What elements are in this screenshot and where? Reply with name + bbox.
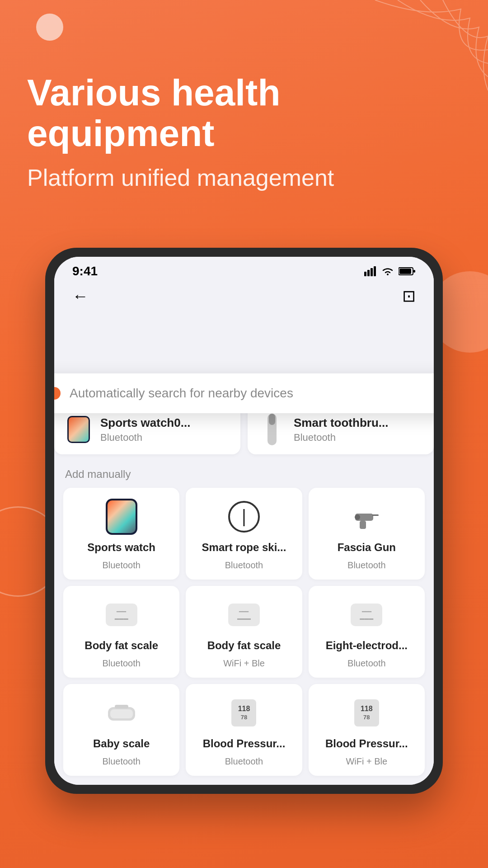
- header-section: Various health equipment Platform unifie…: [0, 0, 488, 221]
- svg-rect-0: [364, 272, 366, 276]
- back-button[interactable]: ←: [72, 287, 89, 306]
- found-device-conn-1: Bluetooth: [294, 432, 388, 443]
- device-card-scale-bt[interactable]: ━━━ ▬▬▬ Body fat scale Bluetooth: [63, 586, 179, 678]
- fascia-gun-conn: Bluetooth: [347, 560, 386, 571]
- bp-wifi-name: Blood Pressur...: [325, 737, 408, 750]
- sports-watch-conn: Bluetooth: [102, 560, 141, 571]
- found-device-info-0: Sports watch0... Bluetooth: [100, 416, 190, 443]
- svg-rect-9: [360, 521, 366, 529]
- wifi-icon: [381, 266, 394, 276]
- search-dot: [54, 387, 61, 400]
- found-device-icon-0: [65, 416, 92, 443]
- scale-bt-icon: ━━━ ▬▬▬: [103, 597, 140, 633]
- nav-bar: ← ⊡: [54, 282, 434, 315]
- device-card-bp-bt[interactable]: 118 78 Blood Pressur... Bluetooth: [186, 684, 302, 776]
- device-card-baby-scale[interactable]: Baby scale Bluetooth: [63, 684, 179, 776]
- scale-bt-conn: Bluetooth: [102, 658, 141, 669]
- found-device-conn-0: Bluetooth: [100, 432, 190, 443]
- rope-icon: [226, 499, 262, 535]
- scale-wifi-name: Body fat scale: [207, 639, 281, 652]
- phone-container: 9:41: [45, 248, 443, 794]
- status-bar: 9:41: [54, 257, 434, 282]
- phone-frame: 9:41: [45, 248, 443, 794]
- svg-rect-1: [367, 270, 370, 276]
- svg-rect-5: [413, 270, 415, 273]
- eight-electrode-conn: Bluetooth: [347, 658, 386, 669]
- found-device-name-1: Smart toothbru...: [294, 416, 388, 430]
- sports-watch-name: Sports watch: [87, 541, 155, 554]
- fascia-gun-icon: [348, 499, 385, 535]
- scale-wifi-conn: WiFi + Ble: [223, 658, 265, 669]
- device-card-sports-watch[interactable]: Sports watch Bluetooth: [63, 488, 179, 580]
- found-device-info-1: Smart toothbru... Bluetooth: [294, 416, 388, 443]
- svg-point-10: [355, 514, 360, 520]
- svg-rect-8: [372, 514, 379, 516]
- device-card-scale-wifi[interactable]: ━━━ ▬▬▬ Body fat scale WiFi + Ble: [186, 586, 302, 678]
- fascia-gun-name: Fascia Gun: [338, 541, 396, 554]
- eight-electrode-name: Eight-electrod...: [326, 639, 408, 652]
- content-area: Add manually Sports watch Bluetooth: [54, 459, 434, 785]
- scan-button[interactable]: ⊡: [402, 287, 416, 306]
- device-card-fascia-gun[interactable]: Fascia Gun Bluetooth: [309, 488, 425, 580]
- svg-rect-12: [110, 709, 133, 718]
- scale-wifi-icon: ━━━ ▬▬▬: [226, 597, 262, 633]
- device-card-rope[interactable]: Smart rope ski... Bluetooth: [186, 488, 302, 580]
- signal-icon: [364, 266, 377, 276]
- baby-scale-name: Baby scale: [93, 737, 150, 750]
- bp-wifi-conn: WiFi + Ble: [346, 756, 387, 767]
- header-title: Various health equipment: [27, 72, 461, 154]
- found-device-name-0: Sports watch0...: [100, 416, 190, 430]
- battery-icon: [399, 267, 416, 276]
- status-icons: [364, 266, 416, 276]
- search-banner-text: Automatically search for nearby devices: [70, 386, 293, 401]
- bp-bt-name: Blood Pressur...: [203, 737, 286, 750]
- svg-rect-13: [115, 705, 128, 708]
- sports-watch-icon: [103, 499, 140, 535]
- scale-bt-name: Body fat scale: [84, 639, 158, 652]
- rope-name: Smart rope ski...: [202, 541, 286, 554]
- toothbrush-icon: [267, 414, 277, 445]
- svg-rect-2: [371, 268, 373, 276]
- svg-rect-3: [374, 266, 376, 276]
- phone-screen: 9:41: [54, 257, 434, 785]
- header-subtitle: Platform unified management: [27, 163, 461, 193]
- bp-wifi-icon: 118 78: [348, 695, 385, 731]
- svg-rect-6: [399, 269, 411, 274]
- eight-electrode-icon: ━━━ ▬▬▬: [348, 597, 385, 633]
- device-grid: Sports watch Bluetooth Smart rope ski...…: [63, 488, 425, 776]
- status-time: 9:41: [72, 264, 98, 278]
- device-card-eight-electrode[interactable]: ━━━ ▬▬▬ Eight-electrod... Bluetooth: [309, 586, 425, 678]
- add-manually-label: Add manually: [63, 468, 425, 481]
- rope-conn: Bluetooth: [225, 560, 263, 571]
- bp-bt-conn: Bluetooth: [225, 756, 263, 767]
- baby-scale-icon: [103, 695, 140, 731]
- found-device-icon-1: [258, 416, 286, 443]
- device-card-bp-wifi[interactable]: 118 78 Blood Pressur... WiFi + Ble: [309, 684, 425, 776]
- baby-scale-conn: Bluetooth: [102, 756, 141, 767]
- bp-bt-icon: 118 78: [226, 695, 262, 731]
- auto-search-banner: Automatically search for nearby devices: [54, 373, 434, 413]
